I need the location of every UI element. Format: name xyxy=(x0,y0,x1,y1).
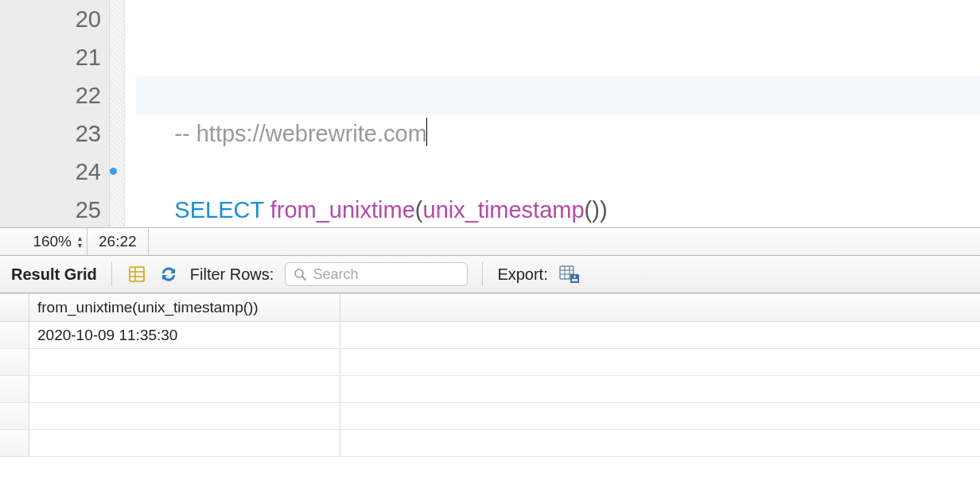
paren: ( xyxy=(415,197,423,223)
zoom-value: 160% xyxy=(33,233,72,250)
line-number: 22 xyxy=(0,76,101,114)
row-number-cell xyxy=(0,430,29,456)
row-number-cell xyxy=(0,349,29,375)
svg-rect-13 xyxy=(574,276,575,278)
result-cell xyxy=(29,376,340,402)
svg-rect-0 xyxy=(130,267,144,281)
table-row xyxy=(0,403,980,430)
export-label: Export: xyxy=(497,265,547,284)
svg-line-5 xyxy=(302,277,305,280)
filter-rows-label: Filter Rows: xyxy=(190,265,274,284)
row-number-cell xyxy=(0,403,29,429)
sql-keyword: SELECT xyxy=(174,197,263,223)
breakpoint-dot-icon[interactable] xyxy=(110,168,117,175)
result-cell xyxy=(29,349,340,375)
svg-rect-12 xyxy=(572,279,578,281)
filter-rows-search[interactable] xyxy=(285,262,468,286)
result-cell[interactable]: 2020-10-09 11:35:30 xyxy=(29,322,340,348)
results-grid[interactable]: from_unixtime(unix_timestamp()) 2020-10-… xyxy=(0,293,980,457)
table-row[interactable]: 2020-10-09 11:35:30 xyxy=(0,322,980,349)
column-header[interactable]: from_unixtime(unix_timestamp()) xyxy=(29,294,340,321)
search-input[interactable] xyxy=(311,265,459,284)
cursor-position-value: 26:22 xyxy=(99,233,137,250)
code-comment: -- https://webrewrite.com xyxy=(174,121,426,146)
row-number-cell xyxy=(0,322,29,348)
chevron-down-icon[interactable]: ▾ xyxy=(78,242,82,249)
folding-margin xyxy=(110,0,125,227)
line-number: 20 xyxy=(0,0,101,38)
grid-header: from_unixtime(unix_timestamp()) xyxy=(0,294,980,322)
parens: () xyxy=(585,197,600,223)
table-row xyxy=(0,430,980,457)
separator xyxy=(482,262,483,286)
row-number-cell xyxy=(0,376,29,402)
sql-function: unix_timestamp xyxy=(423,197,585,223)
text-caret xyxy=(426,118,427,146)
line-number: 25 xyxy=(0,191,101,229)
zoom-level[interactable]: 160% ▴ ▾ xyxy=(0,228,88,255)
code-area[interactable]: -- https://webrewrite.com SELECT from_un… xyxy=(125,0,980,227)
row-number-header xyxy=(0,294,29,321)
table-row xyxy=(0,376,980,403)
result-cell xyxy=(29,430,340,456)
zoom-stepper[interactable]: ▴ ▾ xyxy=(78,234,82,249)
code-editor[interactable]: 20 21 22 23 24 25 -- https://webrewrite.… xyxy=(0,0,980,228)
line-number: 24 xyxy=(0,153,101,191)
sql-function: from_unixtime xyxy=(270,197,415,223)
line-number: 21 xyxy=(0,38,101,76)
result-cell xyxy=(29,403,340,429)
export-icon[interactable] xyxy=(559,264,580,285)
table-row xyxy=(0,349,980,376)
result-grid-label: Result Grid xyxy=(11,265,97,284)
paren: ) xyxy=(600,197,608,223)
separator xyxy=(111,262,112,286)
line-number: 23 xyxy=(0,114,101,153)
line-number-gutter: 20 21 22 23 24 25 xyxy=(0,0,110,227)
search-icon xyxy=(294,268,306,281)
